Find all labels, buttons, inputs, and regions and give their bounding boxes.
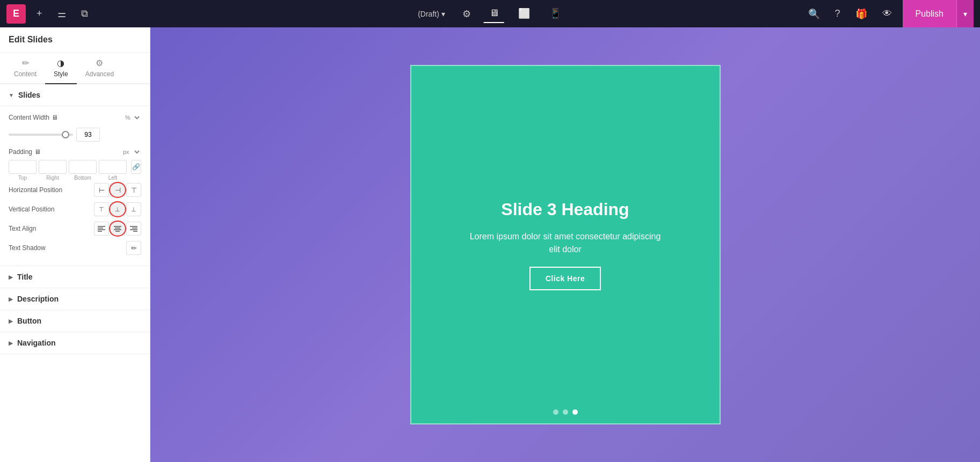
search-button[interactable]: 🔍 bbox=[804, 6, 824, 22]
button-section-label: Button bbox=[17, 317, 41, 325]
navigation-section-label: Navigation bbox=[17, 339, 56, 347]
slides-arrow-icon: ▼ bbox=[9, 92, 14, 98]
desktop-device-button[interactable]: 🖥 bbox=[484, 4, 504, 23]
slides-section-body: Content Width 🖥 %px bbox=[0, 106, 150, 266]
draft-label: (Draft) bbox=[418, 10, 439, 18]
padding-left-input[interactable] bbox=[99, 160, 127, 174]
v-pos-bottom-button[interactable]: ⊥ bbox=[126, 202, 141, 216]
slide-dot-1[interactable] bbox=[553, 409, 558, 415]
slide-dots bbox=[553, 409, 578, 415]
canvas-area: ❮ Slide 3 Heading Lorem ipsum dolor sit … bbox=[150, 27, 980, 462]
logo-button[interactable]: E bbox=[6, 4, 26, 24]
add-button[interactable]: + bbox=[32, 6, 47, 21]
padding-monitor-icon: 🖥 bbox=[34, 148, 41, 156]
padding-bottom-input[interactable] bbox=[69, 160, 97, 174]
toolbar-right: 🔍 ? 🎁 👁 Publish ▾ bbox=[804, 0, 974, 27]
navigation-section-header[interactable]: ▶ Navigation bbox=[0, 332, 150, 354]
padding-inputs: 🔗 bbox=[9, 160, 141, 174]
padding-unit-control: pxem% bbox=[120, 147, 141, 157]
padding-bottom-label: Bottom bbox=[69, 175, 97, 181]
slides-section-label: Slides bbox=[18, 91, 40, 99]
padding-unit-select[interactable]: pxem% bbox=[120, 147, 141, 157]
content-width-slider-container bbox=[9, 128, 141, 142]
button-section-header[interactable]: ▶ Button bbox=[0, 310, 150, 332]
slide-dot-3[interactable] bbox=[572, 409, 578, 415]
padding-link-icon[interactable]: 🔗 bbox=[131, 160, 141, 174]
slide-dot-2[interactable] bbox=[563, 409, 568, 415]
navigation-arrow-icon: ▶ bbox=[9, 340, 13, 346]
h-pos-right-button[interactable]: ⊤ bbox=[126, 183, 141, 197]
publish-button[interactable]: Publish bbox=[903, 0, 956, 27]
content-width-row: Content Width 🖥 %px bbox=[9, 113, 141, 122]
toolbar-left: E + ⚌ ⧉ bbox=[6, 4, 92, 24]
tab-advanced[interactable]: ⚙ Advanced bbox=[77, 53, 122, 84]
text-align-group bbox=[94, 222, 141, 236]
padding-row: Padding 🖥 pxem% bbox=[9, 147, 141, 157]
title-arrow-icon: ▶ bbox=[9, 274, 13, 280]
horizontal-position-row: Horizontal Position ⊢ ⊣ ⊤ bbox=[9, 183, 141, 197]
text-align-right-button[interactable] bbox=[126, 222, 141, 236]
controls-button[interactable]: ⚌ bbox=[53, 6, 70, 22]
v-pos-top-button[interactable]: ⊤ bbox=[94, 202, 109, 216]
content-width-slider-row bbox=[9, 128, 141, 142]
monitor-icon: 🖥 bbox=[52, 114, 58, 121]
top-toolbar: E + ⚌ ⧉ (Draft) ▾ ⚙ 🖥 ⬜ 📱 🔍 ? 🎁 👁 Publis… bbox=[0, 0, 980, 27]
title-section-label: Title bbox=[17, 273, 33, 281]
slide-heading: Slide 3 Heading bbox=[501, 200, 629, 219]
horizontal-position-label: Horizontal Position bbox=[9, 186, 94, 194]
settings-button[interactable]: ⚙ bbox=[458, 6, 475, 22]
tab-content[interactable]: ✏ Content bbox=[5, 53, 45, 84]
description-section-label: Description bbox=[17, 295, 59, 303]
vertical-position-group: ⊤ ⊥ ⊥ bbox=[94, 202, 141, 216]
content-width-input[interactable] bbox=[76, 128, 100, 142]
tab-bar: ✏ Content ◑ Style ⚙ Advanced bbox=[0, 53, 150, 84]
publish-button-container: Publish ▾ bbox=[903, 0, 974, 27]
slides-section-header[interactable]: ▼ Slides bbox=[0, 84, 150, 106]
advanced-tab-label: Advanced bbox=[85, 70, 114, 78]
content-tab-label: Content bbox=[14, 70, 37, 78]
preview-button[interactable]: 👁 bbox=[878, 6, 896, 21]
padding-top-input[interactable] bbox=[9, 160, 37, 174]
text-shadow-row: Text Shadow ✏ bbox=[9, 241, 141, 255]
help-button[interactable]: ? bbox=[831, 6, 845, 21]
description-section-header[interactable]: ▶ Description bbox=[0, 288, 150, 310]
text-align-center-button[interactable] bbox=[110, 222, 125, 236]
draft-button[interactable]: (Draft) ▾ bbox=[413, 8, 449, 20]
text-align-left-button[interactable] bbox=[94, 222, 109, 236]
horizontal-position-group: ⊢ ⊣ ⊤ bbox=[94, 183, 141, 197]
chevron-down-icon: ▾ bbox=[441, 10, 445, 18]
h-pos-center-button[interactable]: ⊣ bbox=[110, 183, 125, 197]
tab-style[interactable]: ◑ Style bbox=[45, 53, 77, 84]
title-section-header[interactable]: ▶ Title bbox=[0, 266, 150, 288]
publish-dropdown-button[interactable]: ▾ bbox=[956, 0, 974, 27]
style-tab-icon: ◑ bbox=[57, 58, 64, 68]
padding-label: Padding 🖥 bbox=[9, 148, 120, 156]
mobile-device-button[interactable]: 📱 bbox=[544, 4, 567, 24]
layers-button[interactable]: ⧉ bbox=[77, 6, 92, 21]
text-align-label: Text Align bbox=[9, 225, 94, 232]
toolbar-center: (Draft) ▾ ⚙ 🖥 ⬜ 📱 bbox=[413, 4, 567, 24]
padding-top-label: Top bbox=[9, 175, 37, 181]
gift-button[interactable]: 🎁 bbox=[851, 6, 872, 22]
slide-cta-button[interactable]: Click Here bbox=[529, 267, 601, 290]
sidebar-content: ▼ Slides Content Width 🖥 %px bbox=[0, 84, 150, 462]
tablet-device-button[interactable]: ⬜ bbox=[513, 4, 535, 24]
slide-description: Lorem ipsum dolor sit amet consectetur a… bbox=[463, 230, 667, 256]
padding-right-input[interactable] bbox=[39, 160, 67, 174]
content-tab-icon: ✏ bbox=[22, 58, 29, 68]
slide-container: Slide 3 Heading Lorem ipsum dolor sit am… bbox=[410, 65, 721, 424]
v-pos-center-button[interactable]: ⊥ bbox=[110, 202, 125, 216]
text-shadow-edit-button[interactable]: ✏ bbox=[126, 241, 141, 255]
main-layout: Edit Slides ✏ Content ◑ Style ⚙ Advanced… bbox=[0, 27, 980, 462]
advanced-tab-icon: ⚙ bbox=[96, 58, 103, 68]
text-align-row: Text Align bbox=[9, 222, 141, 236]
content-width-unit-select[interactable]: %px bbox=[122, 113, 141, 122]
content-width-slider[interactable] bbox=[9, 134, 73, 136]
h-pos-left-button[interactable]: ⊢ bbox=[94, 183, 109, 197]
style-tab-label: Style bbox=[54, 70, 68, 78]
button-arrow-icon: ▶ bbox=[9, 318, 13, 324]
description-arrow-icon: ▶ bbox=[9, 296, 13, 302]
padding-right-label: Right bbox=[39, 175, 67, 181]
content-width-control: %px bbox=[122, 113, 141, 122]
vertical-position-label: Vertical Position bbox=[9, 206, 94, 213]
